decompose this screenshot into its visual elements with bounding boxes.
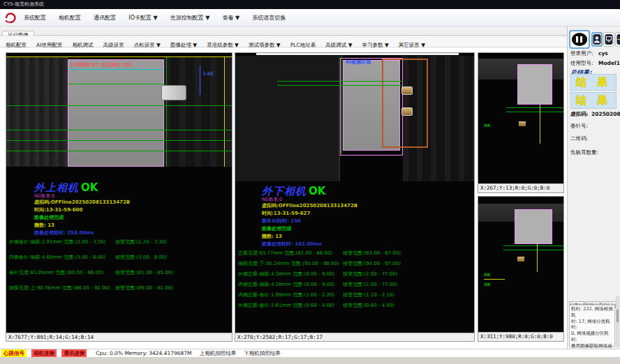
measurement-text: 内侧正极-卷针:1.90mm 范围:(1.00 - 2.20) [238, 292, 334, 298]
camera-view-center[interactable]: AI检测区域 外下相机OK NG数量:0 虚拟码:OFFline20250208… [235, 53, 474, 333]
measurement-row: 外侧卷针-隔膜:2.91mm 范围:(2.00 - 3.50)报警范围:(2.2… [9, 238, 232, 245]
overlay-green-hline-2 [503, 250, 563, 250]
measurement-text: 外侧正极-卷针:2.61mm 范围:(0.60 - 4.00) [238, 303, 334, 308]
tab-bar: 运行图像 [0, 26, 567, 36]
alarm-range-text: 报警范围:(3.00 - 8.00) [115, 254, 167, 261]
cell-region [515, 209, 552, 244]
pause-button[interactable] [569, 30, 590, 49]
measurement-text: 外侧卷针-隔膜:2.91mm 范围:(2.00 - 3.50) [9, 239, 105, 245]
camera-view-right-bottom[interactable]: OK OK [478, 197, 563, 332]
log-output[interactable]: 耗时: 222, 网络检测耗 时: 17, 网络分类耗时: 0, 网络视频分区耗… [569, 305, 615, 347]
bright-top-band [256, 53, 459, 55]
exit-door-icon [617, 33, 620, 45]
turns-line: 圈数: 13 [262, 233, 282, 240]
log-line: 耗时: 222, 网络检测耗 [571, 306, 613, 319]
app-logo-icon [3, 12, 17, 24]
time-line: 时间:13-31-59-600 [34, 206, 82, 213]
overlay-blue-vline [200, 66, 200, 95]
overlay-green-hline-1 [503, 245, 563, 246]
detect-rect-orange [382, 59, 428, 148]
log-scrollbar-thumb[interactable] [617, 310, 619, 322]
alarm-range-text: 报警范围:(2.00 - 77.00) [343, 281, 397, 288]
camera-name: 外下相机 [262, 185, 307, 197]
lower-camera-result-link[interactable]: 下相机拍照结果 [244, 349, 281, 357]
user-button[interactable] [591, 32, 603, 47]
measurement-text: 隔膜宽度-上:90.56mm 范围:(88.00 - 92.00) [9, 285, 110, 291]
needle-number-label: 卷针号: [570, 123, 588, 130]
alarm-range-text: 报警范围:(2.00 - 77.00) [343, 271, 397, 278]
monitor-icon [605, 33, 613, 45]
overlay-cyan-hline [68, 69, 163, 70]
measurement-text: 内侧正极-隔膜:4.38mm 范围:(0.00 - 9.00) [238, 282, 334, 287]
elapsed-line: 图像处理耗时: 142.00ms [262, 241, 322, 248]
measurement-text: 外侧正极-隔膜:4.38mm 范围:(0.00 - 9.00) [238, 271, 334, 277]
alarm-range-text: 报警范围:(94.00 - 97.00) [343, 260, 401, 267]
titlebar: CYS-视觉检测系统 [0, 0, 620, 9]
alarm-range-text: 报警范围:(0.60 - 4.00) [343, 302, 394, 309]
measurement-row: 内侧卷针-隔膜:4.60mm 范围:(3.00 - 6.00)报警范围:(3.0… [9, 254, 232, 261]
coordinate-readout-right-top: X:267;Y:13;R:0;G:0;B:0 [478, 183, 563, 192]
menu-item-io-config[interactable]: IO卡配置 ▼ [128, 10, 157, 26]
overlay-green-hline-2 [506, 112, 563, 112]
camera-result-title: 外下相机OK [262, 184, 325, 198]
menu-bar: 系统配置 相机配置 通讯配置 IO卡配置 ▼ 光源控制配置 ▼ 查看 ▼ 系统语… [0, 9, 620, 26]
menu-item-comm-config[interactable]: 通讯配置 [94, 10, 116, 26]
measurement-row: 正极宽度:83.77mm 范围:(82.00 - 88.00)报警范围:(83.… [238, 250, 474, 257]
menu-item-system-config[interactable]: 系统配置 [24, 10, 46, 26]
model-value: Model1 [598, 60, 620, 66]
turns-line: 圈数: 13 [34, 222, 54, 229]
menu-item-view[interactable]: 查看 ▼ [223, 10, 240, 26]
measure-value-label: 3.66 [202, 71, 214, 77]
ok-overlay-label-1: OK [484, 272, 491, 277]
elapsed-line: 图像处理耗时: 258.00ms [34, 229, 94, 236]
measurement-row: 隔膜宽度-上:90.56mm 范围:(88.00 - 92.00)报警范围:(8… [9, 285, 232, 291]
machinery-panel-left [235, 56, 340, 181]
overlay-green-hline-2 [6, 130, 232, 130]
result-box-upper: 结 果 [570, 74, 617, 91]
overlay-green-vline [341, 56, 342, 153]
login-user-value: cys [598, 50, 608, 56]
overlay-yellow-vline [537, 244, 538, 272]
camera-panel-left: 针高阈值:93, 动态阈值:100 3.66 外上相机OK NG数量:0 虚拟码… [6, 52, 232, 342]
overlay-green-hline-3 [6, 140, 232, 141]
virtual-code-value: 20250208 [591, 111, 620, 117]
barcode-line: 虚拟码:OFFline2025020813313472B [262, 202, 357, 209]
exit-button[interactable] [615, 32, 620, 47]
ai-elapsed-line: 极耳AI耗时: 150 [262, 218, 301, 225]
menu-item-language[interactable]: 系统语言切换 [252, 10, 286, 26]
measurement-row: 外侧正极-卷针:2.61mm 范围:(0.60 - 4.00)报警范围:(0.6… [238, 302, 474, 309]
overlay-green-hline-4 [6, 151, 232, 151]
camera-panel-center: AI检测区域 外下相机OK NG数量:0 虚拟码:OFFline20250208… [235, 52, 475, 342]
virtual-code-label: 虚拟码: [570, 111, 589, 118]
monitor-button[interactable] [603, 32, 614, 47]
measurement-row: 隔膜宽度-下:95.24mm 范围:(93.00 - 98.00)报警范围:(9… [238, 260, 474, 267]
tab-spot [517, 257, 524, 261]
barcode-line: 虚拟码:OFFline2025020813313472B [34, 199, 130, 206]
camera-view-left[interactable]: 针高阈值:93, 动态阈值:100 3.66 外上相机OK NG数量:0 虚拟码… [6, 53, 232, 333]
done-line: 图像处理完成 [262, 225, 291, 232]
camera-view-right-top[interactable]: OK [478, 53, 563, 183]
alarm-range-text: 报警范围:(83.00 - 87.00) [343, 250, 401, 257]
log-scrollbar[interactable] [616, 296, 619, 347]
toolbar: 相机配置 AI使用配置 相机调试 高级设置 点检设置 ▼ 图像处理 ▼ 基准线参… [0, 36, 567, 47]
log-line: 时: 17, 网络分类耗时: [571, 319, 613, 331]
camera-panel-right-bottom: OK OK X:311;Y:980;R:0;G:0;B:0 [478, 196, 564, 342]
overlay-green-hline-2 [277, 85, 403, 86]
menu-item-camera-config[interactable]: 相机配置 [59, 10, 81, 26]
alarm-range-text: 报警范围:(81.00 - 85.00) [115, 269, 173, 276]
ok-badge: OK [309, 185, 325, 197]
alarm-range-text: 报警范围:(2.20 - 3.30) [115, 238, 167, 245]
app-window: CYS-视觉检测系统 系统配置 相机配置 通讯配置 IO卡配置 ▼ 光源控制配置… [0, 0, 620, 364]
coordinate-text: X:270;Y:2502;R:17;G:17;B:17 [237, 334, 323, 340]
menu-items: 系统配置 相机配置 通讯配置 IO卡配置 ▼ 光源控制配置 ▼ 查看 ▼ 系统语… [24, 9, 295, 26]
ok-badge: OK [81, 181, 98, 194]
alarm-range-text: 报警范围:(1.10 - 2.10) [343, 291, 394, 298]
menu-item-light-config[interactable]: 光源控制配置 ▼ [170, 10, 210, 26]
cell-region [517, 64, 552, 105]
coordinate-readout-left: X:7677;Y:891;R:14;G:14;B:14 [6, 333, 232, 341]
side-panel: 登录用户: cys 使用型号: Model1 总结果: 结 果 结 果 虚拟码:… [567, 26, 620, 349]
upper-camera-result-link[interactable]: 上相机拍照结果 [200, 349, 237, 357]
pause-icon [572, 33, 587, 46]
overlay-yellow-hline [484, 279, 505, 280]
qr-code-label: 二维码: [570, 135, 588, 142]
